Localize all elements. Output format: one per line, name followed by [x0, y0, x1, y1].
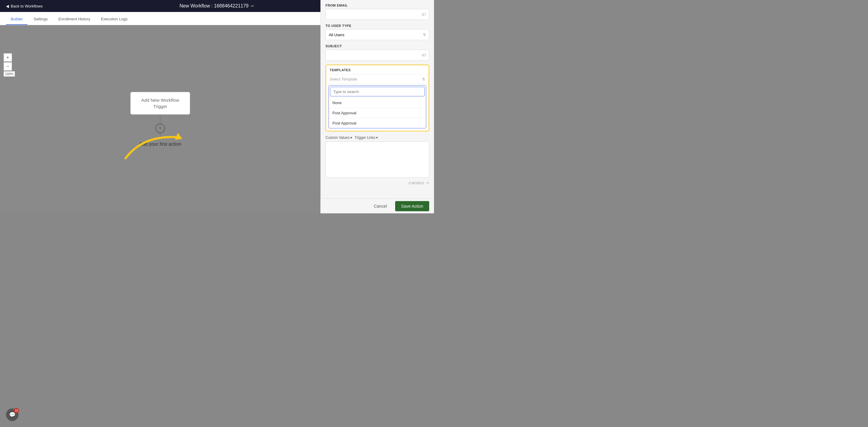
- save-action-button[interactable]: Save Action: [395, 201, 429, 211]
- zoom-in-button[interactable]: +: [4, 53, 12, 62]
- title-text: New Workflow : 1688464221179: [180, 3, 249, 9]
- workflow-nodes: Add New Workflow Trigger + Add your firs…: [130, 92, 190, 147]
- tag-icon-subject: 🏷: [422, 53, 426, 57]
- word-count-bar: 0 WORDS ✏: [326, 180, 429, 186]
- back-label: Back to Workflows: [11, 4, 43, 8]
- select-template-text: Select Template: [330, 77, 357, 81]
- select-template-arrow: ⇅: [422, 77, 425, 81]
- edit-pen-icon: ✏: [427, 181, 429, 185]
- to-user-type-group: TO USER TYPE All Users ⇅: [326, 24, 429, 40]
- search-input-wrapper: [329, 86, 426, 98]
- zoom-controls: + − 100%: [4, 53, 15, 77]
- connector-line-2: [160, 133, 160, 139]
- to-user-type-label: TO USER TYPE: [326, 24, 429, 28]
- email-editor[interactable]: [326, 142, 429, 177]
- edit-icon[interactable]: ✏: [251, 4, 254, 8]
- template-search-input[interactable]: [330, 87, 425, 96]
- select-arrow-user-type: ⇅: [423, 33, 426, 37]
- tab-builder[interactable]: Builder: [6, 14, 28, 25]
- connector-line-1: [160, 115, 160, 123]
- right-panel: FROM EMAIL 🏷 TO USER TYPE All Users ⇅ SU…: [320, 0, 434, 214]
- word-count: 0 WORDS: [409, 181, 424, 185]
- cancel-button[interactable]: Cancel: [369, 201, 392, 211]
- subject-group: SUBJECT 🏷: [326, 44, 429, 60]
- option-none[interactable]: None: [329, 98, 426, 108]
- option-post-approval-2[interactable]: Post Approval: [329, 118, 426, 128]
- workflow-title: New Workflow : 1688464221179 ✏: [180, 3, 255, 9]
- trigger-node[interactable]: Add New Workflow Trigger: [130, 92, 190, 115]
- back-arrow-icon: ◀: [6, 4, 9, 8]
- workflow-canvas: + − 100% Add New Workflow Trigger + Add …: [0, 25, 320, 214]
- first-action-label: Add your first action: [139, 142, 181, 147]
- from-email-input[interactable]: 🏷: [326, 9, 429, 20]
- from-email-label: FROM EMAIL: [326, 4, 429, 7]
- templates-header: TEMPLATES: [326, 65, 429, 75]
- chevron-down-icon-custom: ▾: [350, 136, 352, 140]
- panel-content: FROM EMAIL 🏷 TO USER TYPE All Users ⇅ SU…: [321, 0, 434, 214]
- custom-values-button[interactable]: Custom Values ▾: [326, 136, 352, 140]
- from-email-group: FROM EMAIL 🏷: [326, 4, 429, 20]
- zoom-level: 100%: [4, 71, 15, 77]
- to-user-type-value: All Users: [329, 33, 344, 37]
- subject-input[interactable]: 🏷: [326, 50, 429, 60]
- zoom-out-button[interactable]: −: [4, 62, 12, 70]
- chevron-down-icon-trigger: ▾: [376, 136, 378, 140]
- toolbar-row: Custom Values ▾ Trigger Links ▾: [326, 136, 429, 140]
- tab-enrollment[interactable]: Enrollment History: [54, 14, 95, 25]
- to-user-type-select[interactable]: All Users ⇅: [326, 29, 429, 40]
- templates-dropdown: None Post Approval Post Approval: [329, 85, 426, 129]
- action-bar: Cancel Save Action: [320, 198, 434, 214]
- trigger-links-button[interactable]: Trigger Links ▾: [354, 136, 378, 140]
- tab-execution[interactable]: Execution Logs: [96, 14, 132, 25]
- option-post-approval-1[interactable]: Post Approval: [329, 108, 426, 118]
- add-action-circle[interactable]: +: [155, 123, 165, 133]
- select-template-row[interactable]: Select Template ⇅: [326, 75, 429, 84]
- templates-section: TEMPLATES Select Template ⇅ None Post Ap…: [326, 65, 429, 131]
- tab-settings[interactable]: Settings: [29, 14, 52, 25]
- back-button[interactable]: ◀ Back to Workflows: [6, 4, 43, 8]
- subject-label: SUBJECT: [326, 44, 429, 48]
- tag-icon-from: 🏷: [422, 12, 426, 17]
